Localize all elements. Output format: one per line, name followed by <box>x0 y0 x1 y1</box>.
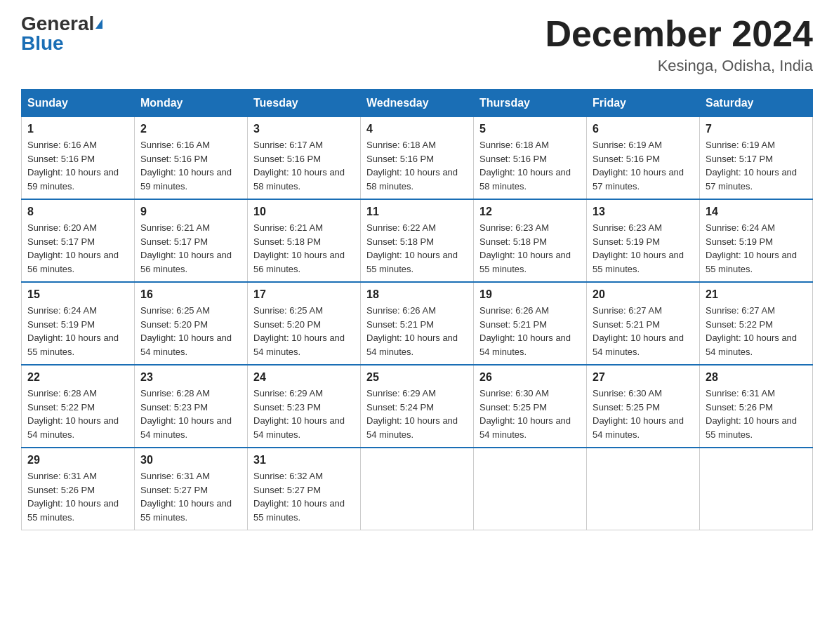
day-info: Sunrise: 6:25 AMSunset: 5:20 PMDaylight:… <box>253 305 345 357</box>
logo-general-text: General <box>21 14 94 34</box>
day-info: Sunrise: 6:24 AMSunset: 5:19 PMDaylight:… <box>706 222 797 274</box>
day-number: 9 <box>140 206 241 218</box>
day-info: Sunrise: 6:32 AMSunset: 5:27 PMDaylight:… <box>253 471 345 523</box>
day-number: 24 <box>253 371 355 384</box>
day-info: Sunrise: 6:26 AMSunset: 5:21 PMDaylight:… <box>479 305 571 357</box>
calendar-day-cell: 21 Sunrise: 6:27 AMSunset: 5:22 PMDaylig… <box>700 282 813 365</box>
calendar-day-cell: 15 Sunrise: 6:24 AMSunset: 5:19 PMDaylig… <box>22 282 135 365</box>
day-info: Sunrise: 6:19 AMSunset: 5:16 PMDaylight:… <box>593 140 684 192</box>
calendar-day-cell: 22 Sunrise: 6:28 AMSunset: 5:22 PMDaylig… <box>22 365 135 448</box>
calendar-day-cell: 8 Sunrise: 6:20 AMSunset: 5:17 PMDayligh… <box>22 199 135 282</box>
day-number: 26 <box>479 371 581 384</box>
day-info: Sunrise: 6:27 AMSunset: 5:21 PMDaylight:… <box>593 305 684 357</box>
calendar-week-row: 8 Sunrise: 6:20 AMSunset: 5:17 PMDayligh… <box>22 199 813 282</box>
day-info: Sunrise: 6:31 AMSunset: 5:27 PMDaylight:… <box>140 471 232 523</box>
calendar-day-cell: 14 Sunrise: 6:24 AMSunset: 5:19 PMDaylig… <box>700 199 813 282</box>
calendar-header-tuesday: Tuesday <box>248 90 361 117</box>
day-number: 16 <box>140 288 241 301</box>
calendar-day-cell: 10 Sunrise: 6:21 AMSunset: 5:18 PMDaylig… <box>248 199 361 282</box>
day-info: Sunrise: 6:29 AMSunset: 5:23 PMDaylight:… <box>253 388 345 440</box>
month-title: December 2024 <box>545 14 813 54</box>
day-info: Sunrise: 6:23 AMSunset: 5:19 PMDaylight:… <box>593 222 684 274</box>
calendar-header-friday: Friday <box>587 90 700 117</box>
day-info: Sunrise: 6:23 AMSunset: 5:18 PMDaylight:… <box>479 222 571 274</box>
day-info: Sunrise: 6:21 AMSunset: 5:18 PMDaylight:… <box>253 222 345 274</box>
day-info: Sunrise: 6:25 AMSunset: 5:20 PMDaylight:… <box>140 305 232 357</box>
day-info: Sunrise: 6:28 AMSunset: 5:23 PMDaylight:… <box>140 388 232 440</box>
calendar-day-cell: 30 Sunrise: 6:31 AMSunset: 5:27 PMDaylig… <box>135 448 248 530</box>
calendar-day-cell: 23 Sunrise: 6:28 AMSunset: 5:23 PMDaylig… <box>135 365 248 448</box>
day-info: Sunrise: 6:22 AMSunset: 5:18 PMDaylight:… <box>366 222 458 274</box>
day-info: Sunrise: 6:28 AMSunset: 5:22 PMDaylight:… <box>27 388 119 440</box>
logo-blue-text: Blue <box>21 34 64 53</box>
calendar-week-row: 1 Sunrise: 6:16 AMSunset: 5:16 PMDayligh… <box>22 117 813 200</box>
day-number: 7 <box>706 123 807 135</box>
day-number: 25 <box>366 371 468 384</box>
calendar-day-cell: 24 Sunrise: 6:29 AMSunset: 5:23 PMDaylig… <box>248 365 361 448</box>
day-number: 11 <box>366 206 468 218</box>
day-info: Sunrise: 6:17 AMSunset: 5:16 PMDaylight:… <box>253 140 345 192</box>
calendar-day-cell: 29 Sunrise: 6:31 AMSunset: 5:26 PMDaylig… <box>22 448 135 530</box>
day-number: 13 <box>593 206 694 218</box>
day-info: Sunrise: 6:16 AMSunset: 5:16 PMDaylight:… <box>140 140 232 192</box>
day-number: 3 <box>253 123 355 135</box>
day-number: 6 <box>593 123 694 135</box>
calendar-day-cell: 3 Sunrise: 6:17 AMSunset: 5:16 PMDayligh… <box>248 117 361 200</box>
location-subtitle: Kesinga, Odisha, India <box>545 57 813 75</box>
calendar-day-cell: 27 Sunrise: 6:30 AMSunset: 5:25 PMDaylig… <box>587 365 700 448</box>
page-header: General Blue December 2024 Kesinga, Odis… <box>21 14 813 75</box>
calendar-week-row: 15 Sunrise: 6:24 AMSunset: 5:19 PMDaylig… <box>22 282 813 365</box>
day-number: 12 <box>479 206 581 218</box>
calendar-day-cell: 20 Sunrise: 6:27 AMSunset: 5:21 PMDaylig… <box>587 282 700 365</box>
calendar-day-cell: 6 Sunrise: 6:19 AMSunset: 5:16 PMDayligh… <box>587 117 700 200</box>
day-info: Sunrise: 6:24 AMSunset: 5:19 PMDaylight:… <box>27 305 119 357</box>
calendar-day-cell: 4 Sunrise: 6:18 AMSunset: 5:16 PMDayligh… <box>361 117 474 200</box>
day-number: 10 <box>253 206 355 218</box>
calendar-table: SundayMondayTuesdayWednesdayThursdayFrid… <box>21 89 813 530</box>
calendar-day-cell: 28 Sunrise: 6:31 AMSunset: 5:26 PMDaylig… <box>700 365 813 448</box>
day-number: 14 <box>706 206 807 218</box>
day-number: 8 <box>27 206 128 218</box>
logo: General Blue <box>21 14 102 53</box>
day-number: 28 <box>706 371 807 384</box>
day-info: Sunrise: 6:19 AMSunset: 5:17 PMDaylight:… <box>706 140 797 192</box>
day-info: Sunrise: 6:26 AMSunset: 5:21 PMDaylight:… <box>366 305 458 357</box>
calendar-day-cell <box>361 448 474 530</box>
calendar-day-cell: 26 Sunrise: 6:30 AMSunset: 5:25 PMDaylig… <box>474 365 587 448</box>
day-info: Sunrise: 6:31 AMSunset: 5:26 PMDaylight:… <box>27 471 119 523</box>
calendar-header-wednesday: Wednesday <box>361 90 474 117</box>
calendar-day-cell: 13 Sunrise: 6:23 AMSunset: 5:19 PMDaylig… <box>587 199 700 282</box>
day-number: 4 <box>366 123 468 135</box>
calendar-header-monday: Monday <box>135 90 248 117</box>
calendar-header-saturday: Saturday <box>700 90 813 117</box>
day-number: 31 <box>253 454 355 467</box>
day-number: 5 <box>479 123 581 135</box>
calendar-week-row: 29 Sunrise: 6:31 AMSunset: 5:26 PMDaylig… <box>22 448 813 530</box>
calendar-day-cell <box>700 448 813 530</box>
day-number: 29 <box>27 454 128 467</box>
day-number: 27 <box>593 371 694 384</box>
day-info: Sunrise: 6:31 AMSunset: 5:26 PMDaylight:… <box>706 388 797 440</box>
calendar-day-cell: 11 Sunrise: 6:22 AMSunset: 5:18 PMDaylig… <box>361 199 474 282</box>
day-info: Sunrise: 6:21 AMSunset: 5:17 PMDaylight:… <box>140 222 232 274</box>
logo-triangle-icon <box>95 19 102 29</box>
day-number: 18 <box>366 288 468 301</box>
day-info: Sunrise: 6:20 AMSunset: 5:17 PMDaylight:… <box>27 222 119 274</box>
calendar-day-cell: 18 Sunrise: 6:26 AMSunset: 5:21 PMDaylig… <box>361 282 474 365</box>
day-number: 23 <box>140 371 241 384</box>
day-number: 19 <box>479 288 581 301</box>
calendar-day-cell <box>474 448 587 530</box>
calendar-week-row: 22 Sunrise: 6:28 AMSunset: 5:22 PMDaylig… <box>22 365 813 448</box>
calendar-day-cell: 5 Sunrise: 6:18 AMSunset: 5:16 PMDayligh… <box>474 117 587 200</box>
calendar-day-cell: 12 Sunrise: 6:23 AMSunset: 5:18 PMDaylig… <box>474 199 587 282</box>
day-number: 17 <box>253 288 355 301</box>
day-number: 30 <box>140 454 241 467</box>
calendar-day-cell: 2 Sunrise: 6:16 AMSunset: 5:16 PMDayligh… <box>135 117 248 200</box>
day-info: Sunrise: 6:18 AMSunset: 5:16 PMDaylight:… <box>479 140 571 192</box>
day-info: Sunrise: 6:18 AMSunset: 5:16 PMDaylight:… <box>366 140 458 192</box>
calendar-day-cell: 9 Sunrise: 6:21 AMSunset: 5:17 PMDayligh… <box>135 199 248 282</box>
title-block: December 2024 Kesinga, Odisha, India <box>545 14 813 75</box>
calendar-day-cell: 16 Sunrise: 6:25 AMSunset: 5:20 PMDaylig… <box>135 282 248 365</box>
day-number: 22 <box>27 371 128 384</box>
calendar-day-cell <box>587 448 700 530</box>
